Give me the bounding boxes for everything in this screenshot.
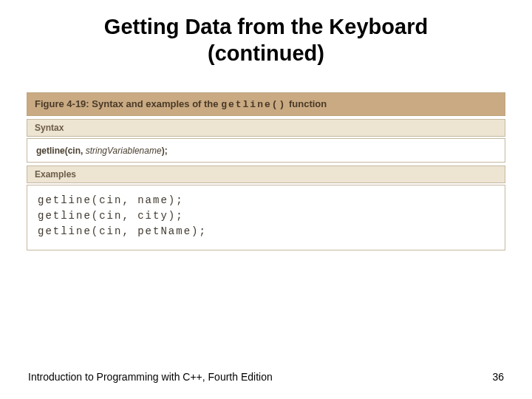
syntax-part-b: ); xyxy=(162,146,168,156)
title-line-2: (continued) xyxy=(0,40,532,66)
syntax-line: getline(cin, stringVariablename); xyxy=(36,146,168,156)
examples-body: getline(cin, name); getline(cin, city); … xyxy=(27,185,505,250)
footer-text: Introduction to Programming with C++, Fo… xyxy=(28,371,273,383)
example-line: getline(cin, petName); xyxy=(38,224,494,239)
slide-footer: Introduction to Programming with C++, Fo… xyxy=(28,371,504,383)
syntax-label: Syntax xyxy=(27,119,505,137)
figure-caption-prefix: Figure 4-19: Syntax and examples of the xyxy=(35,98,221,109)
figure-block: Figure 4-19: Syntax and examples of the … xyxy=(27,92,505,250)
example-line: getline(cin, city); xyxy=(38,208,494,224)
examples-label: Examples xyxy=(27,166,505,183)
syntax-part-ital: stringVariablename xyxy=(86,146,162,156)
figure-caption-suffix: function xyxy=(286,98,327,109)
figure-caption-code: getline() xyxy=(221,99,286,110)
syntax-part-a: getline(cin, xyxy=(36,146,86,156)
slide-title: Getting Data from the Keyboard (continue… xyxy=(0,13,532,67)
figure-caption: Figure 4-19: Syntax and examples of the … xyxy=(27,92,505,116)
title-line-1: Getting Data from the Keyboard xyxy=(0,13,532,40)
page-number: 36 xyxy=(492,371,504,383)
syntax-body: getline(cin, stringVariablename); xyxy=(27,138,505,163)
slide: Getting Data from the Keyboard (continue… xyxy=(0,0,532,399)
example-line: getline(cin, name); xyxy=(38,193,494,208)
